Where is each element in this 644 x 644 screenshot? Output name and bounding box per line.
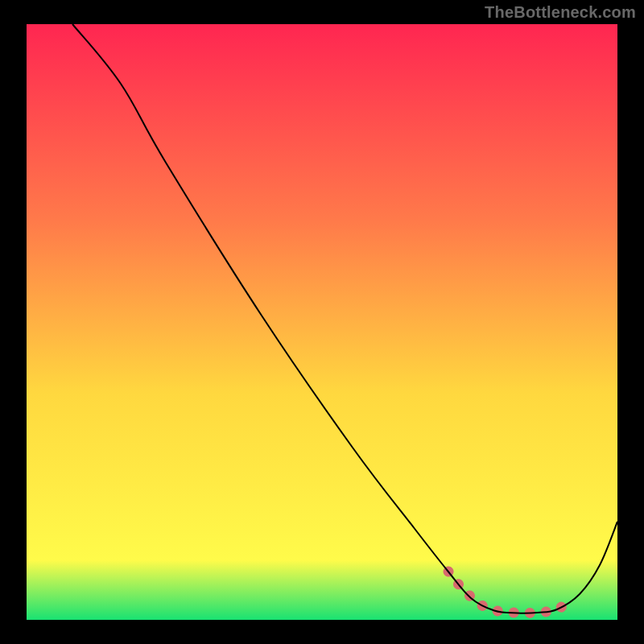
bottleneck-chart: [0, 0, 644, 644]
plot-background: [27, 24, 617, 620]
chart-stage: TheBottleneck.com: [0, 0, 644, 644]
watermark-text: TheBottleneck.com: [485, 3, 636, 22]
